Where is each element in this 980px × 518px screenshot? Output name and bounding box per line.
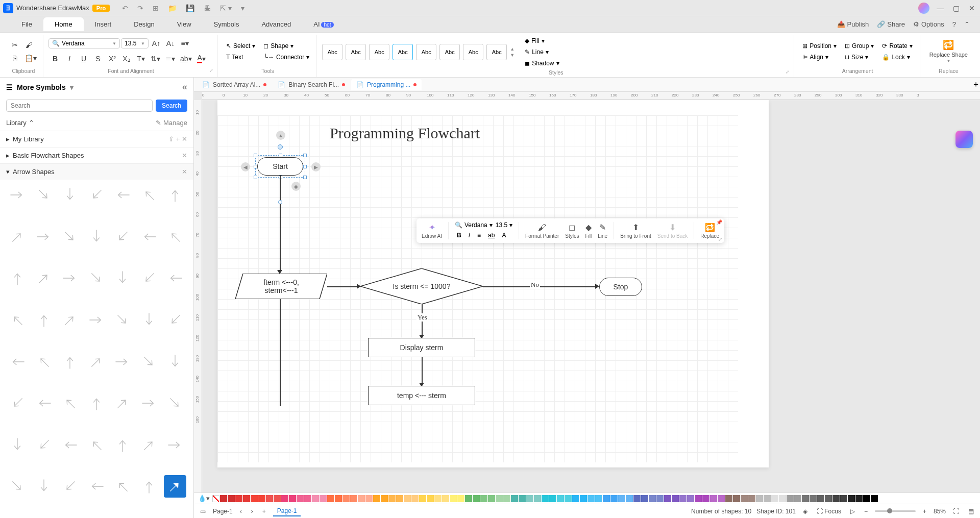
color-swatch[interactable] — [304, 495, 311, 502]
color-swatch[interactable] — [810, 495, 817, 502]
color-swatch[interactable] — [450, 495, 457, 502]
color-swatch[interactable] — [542, 495, 549, 502]
color-swatch[interactable] — [289, 495, 296, 502]
ft-line[interactable]: ✎Line — [598, 223, 607, 239]
connector-waypoint[interactable] — [278, 200, 282, 204]
highlight-icon[interactable]: ab▾ — [178, 53, 194, 65]
align-dropdown-icon[interactable]: ≡▾ — [178, 37, 191, 50]
color-swatch[interactable] — [679, 495, 687, 502]
color-swatch[interactable] — [457, 495, 464, 502]
arrow-shape[interactable] — [164, 309, 186, 331]
text-tool[interactable]: T Text — [223, 52, 258, 62]
more-icon[interactable]: ▾ — [241, 4, 244, 12]
close-icon[interactable]: ✕ — [967, 2, 977, 14]
color-swatch[interactable] — [342, 495, 350, 502]
color-swatch[interactable] — [794, 495, 801, 502]
connect-hint-right-icon[interactable]: ▶ — [311, 162, 321, 171]
arrow-shape[interactable] — [6, 267, 29, 289]
lib-add-icon[interactable]: + — [176, 135, 180, 143]
style-preset-4[interactable]: Abc — [393, 44, 413, 60]
color-swatch[interactable] — [235, 495, 242, 502]
arrow-shape[interactable] — [6, 434, 29, 456]
color-swatch[interactable] — [396, 495, 403, 502]
connect-hint-bottom-diamond-icon[interactable]: ◆ — [291, 182, 301, 191]
menu-file[interactable]: File — [10, 17, 43, 31]
shape-assign[interactable]: fterm <---0, sterm<---1 — [235, 274, 327, 299]
arrow-shape[interactable] — [85, 309, 108, 331]
ft-align[interactable]: ≡ — [475, 231, 483, 240]
arrow-shape[interactable] — [59, 392, 81, 414]
arrow-shape[interactable] — [85, 392, 108, 414]
arrow-shape[interactable] — [6, 184, 29, 206]
color-swatch[interactable] — [855, 495, 863, 502]
color-swatch[interactable] — [312, 495, 319, 502]
arrow-shape[interactable] — [85, 434, 108, 456]
shape-decision[interactable]: Is sterm <= 1000? — [360, 268, 483, 304]
ft-highlight[interactable]: ab — [486, 231, 497, 240]
color-swatch[interactable] — [626, 495, 633, 502]
ai-assistant-icon[interactable] — [955, 131, 973, 148]
arrow-shape[interactable] — [85, 184, 108, 206]
arrow-shape[interactable] — [138, 226, 160, 248]
layers-icon[interactable]: ◈ — [801, 507, 810, 516]
style-preset-5[interactable]: Abc — [416, 44, 436, 60]
arrow-shape[interactable] — [6, 309, 29, 331]
share-button[interactable]: 🔗 Share — [877, 20, 905, 28]
color-swatch[interactable] — [258, 495, 265, 502]
underline-button[interactable]: U — [77, 53, 90, 65]
color-swatch[interactable] — [817, 495, 824, 502]
arrow-shape[interactable] — [111, 475, 134, 498]
page-tab[interactable]: Page-1 — [273, 506, 301, 516]
menu-design[interactable]: Design — [122, 17, 165, 31]
superscript-icon[interactable]: X² — [106, 53, 119, 65]
ft-fill[interactable]: ◆Fill — [585, 223, 592, 239]
color-swatch[interactable] — [473, 495, 480, 502]
color-swatch[interactable] — [496, 495, 503, 502]
color-swatch[interactable] — [503, 495, 510, 502]
connector-tool[interactable]: └→ Connector ▾ — [260, 52, 312, 62]
color-swatch[interactable] — [656, 495, 664, 502]
arrow-shape[interactable] — [111, 392, 134, 414]
zoom-slider[interactable] — [875, 510, 916, 512]
prev-page-icon[interactable]: ‹ — [238, 507, 244, 516]
arrow-shape[interactable] — [85, 475, 108, 498]
color-swatch[interactable] — [266, 495, 273, 502]
cut-icon[interactable]: ✂ — [8, 39, 21, 51]
ft-font-color[interactable]: A — [500, 231, 508, 240]
arrow-shape[interactable] — [33, 475, 55, 498]
arrow-shape[interactable] — [164, 434, 186, 456]
options-button[interactable]: ⚙ Options — [913, 20, 944, 28]
page-panel-icon[interactable]: ▭ — [198, 507, 208, 516]
strike-button[interactable]: S — [91, 53, 105, 65]
open-icon[interactable]: 📁 — [168, 4, 177, 12]
color-swatch[interactable] — [603, 495, 610, 502]
arrow-shape[interactable] — [85, 267, 108, 289]
collapse-ribbon-icon[interactable]: ⌃ — [964, 20, 970, 28]
menu-ai[interactable]: AIhot — [302, 17, 345, 31]
lib-share-icon[interactable]: ⇪ — [168, 135, 174, 143]
arrow-shape[interactable] — [59, 351, 81, 373]
no-fill-swatch[interactable] — [212, 495, 219, 502]
replace-shape-button[interactable]: 🔁 Replace Shape ▼ — [925, 37, 972, 65]
color-swatch[interactable] — [848, 495, 855, 502]
color-swatch[interactable] — [557, 495, 564, 502]
menu-view[interactable]: View — [166, 17, 203, 31]
color-swatch[interactable] — [297, 495, 304, 502]
new-icon[interactable]: ⊞ — [153, 4, 159, 12]
color-swatch[interactable] — [741, 495, 748, 502]
color-swatch[interactable] — [220, 495, 227, 502]
arrow-shape[interactable] — [164, 226, 186, 248]
menu-home[interactable]: Home — [43, 17, 84, 31]
rotate-button[interactable]: ⟳ Rotate▾ — [879, 41, 915, 51]
color-swatch[interactable] — [526, 495, 533, 502]
ft-italic[interactable]: I — [467, 231, 472, 240]
color-swatch[interactable] — [633, 495, 641, 502]
arrow-shape[interactable] — [59, 475, 81, 498]
arrow-shape[interactable] — [6, 351, 29, 373]
decrease-font-icon[interactable]: A↓ — [164, 37, 177, 50]
color-swatch[interactable] — [488, 495, 495, 502]
arrow-shape[interactable] — [85, 226, 108, 248]
color-swatch[interactable] — [442, 495, 449, 502]
play-icon[interactable]: ▷ — [848, 507, 857, 516]
color-swatch[interactable] — [519, 495, 526, 502]
